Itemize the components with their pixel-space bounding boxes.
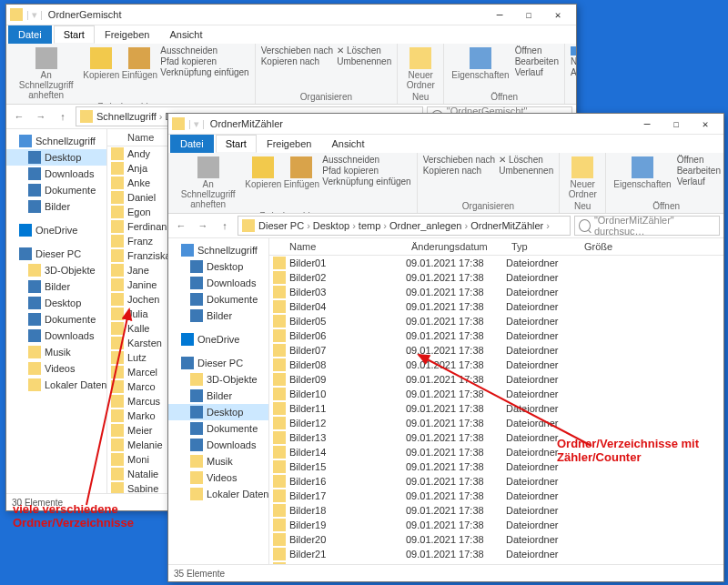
pin-button[interactable]: An Schnellzugriff anheften bbox=[12, 45, 80, 102]
maximize-button[interactable]: ☐ bbox=[662, 114, 691, 134]
list-item[interactable]: Bilder0909.01.2021 17:38Dateiordner bbox=[269, 372, 723, 387]
moveto-button[interactable]: Verschieben nach bbox=[423, 155, 496, 165]
list-item[interactable]: Bilder1109.01.2021 17:38Dateiordner bbox=[269, 401, 723, 416]
tree-item[interactable]: OneDrive bbox=[168, 331, 268, 348]
list-item[interactable]: Bilder2109.01.2021 17:38Dateiordner bbox=[269, 547, 723, 561]
newfolder-button[interactable]: Neuer Ordner bbox=[565, 155, 600, 201]
copypath-button[interactable]: Pfad kopieren bbox=[160, 56, 248, 66]
open-button[interactable]: Öffnen bbox=[515, 45, 559, 55]
list-item[interactable]: Bilder1409.01.2021 17:38Dateiordner bbox=[269, 445, 723, 459]
tree-item[interactable]: Desktop bbox=[6, 149, 106, 166]
copyto-button[interactable]: Kopieren nach bbox=[261, 56, 334, 66]
search-input[interactable]: "OrdnerMitZähler" durchsuc… bbox=[574, 216, 720, 236]
tree-item[interactable]: Dokumente bbox=[168, 420, 268, 437]
moveto-button[interactable]: Verschieben nach bbox=[261, 45, 334, 55]
list-item[interactable]: Bilder0709.01.2021 17:38Dateiordner bbox=[269, 343, 723, 358]
minimize-button[interactable]: ─ bbox=[485, 5, 514, 25]
properties-button[interactable]: Eigenschaften bbox=[450, 45, 511, 82]
tab-home[interactable]: Start bbox=[54, 25, 95, 44]
tree-item[interactable]: Bilder bbox=[168, 308, 268, 324]
list-item[interactable]: Bilder1909.01.2021 17:38Dateiordner bbox=[269, 518, 723, 532]
tab-view[interactable]: Ansicht bbox=[159, 25, 212, 44]
tree-item[interactable]: Desktop bbox=[168, 404, 268, 420]
back-button[interactable]: ← bbox=[10, 107, 28, 126]
tree-item[interactable]: Dokumente bbox=[6, 182, 106, 198]
tree-item[interactable]: 3D-Objekte bbox=[168, 371, 268, 388]
up-button[interactable]: ↑ bbox=[216, 217, 234, 235]
tab-share[interactable]: Freigeben bbox=[257, 135, 322, 153]
history-button[interactable]: Verlauf bbox=[677, 177, 721, 187]
delete-button[interactable]: ✕ Löschen bbox=[499, 155, 553, 165]
tree-item[interactable]: Videos bbox=[168, 469, 268, 486]
crumb-segment[interactable]: temp› bbox=[359, 220, 389, 231]
tree-item[interactable]: 3D-Objekte bbox=[6, 262, 106, 278]
tab-home[interactable]: Start bbox=[216, 135, 257, 153]
paste-button[interactable]: Einfügen bbox=[122, 45, 157, 82]
tab-file[interactable]: Datei bbox=[170, 135, 214, 153]
forward-button[interactable]: → bbox=[32, 107, 50, 126]
tree-item[interactable]: Schnellzugriff bbox=[168, 242, 268, 258]
minimize-button[interactable]: ─ bbox=[632, 114, 662, 134]
close-button[interactable]: ✕ bbox=[543, 5, 572, 25]
tree-item[interactable]: Musik bbox=[168, 453, 268, 469]
list-item[interactable]: Bilder0109.01.2021 17:38Dateiordner bbox=[269, 256, 723, 270]
crumb-segment[interactable]: OrdnerMitZähler› bbox=[470, 220, 552, 231]
forward-button[interactable]: → bbox=[194, 217, 212, 235]
edit-button[interactable]: Bearbeiten bbox=[677, 166, 721, 176]
list-item[interactable]: Bilder1009.01.2021 17:38Dateiordner bbox=[269, 387, 723, 401]
list-item[interactable]: Bilder1709.01.2021 17:38Dateiordner bbox=[269, 489, 723, 503]
tree-item[interactable]: Downloads bbox=[168, 437, 268, 453]
properties-button[interactable]: Eigenschaften bbox=[612, 155, 672, 191]
copyto-button[interactable]: Kopieren nach bbox=[423, 166, 496, 176]
list-item[interactable]: Bilder1309.01.2021 17:38Dateiordner bbox=[269, 430, 723, 445]
copypath-button[interactable]: Pfad kopieren bbox=[322, 166, 410, 176]
back-button[interactable]: ← bbox=[172, 217, 190, 235]
list-item[interactable]: Bilder1209.01.2021 17:38Dateiordner bbox=[269, 416, 723, 430]
cut-button[interactable]: Ausschneiden bbox=[322, 155, 410, 165]
list-item[interactable]: Bilder2209.01.2021 17:38Dateiordner bbox=[269, 561, 723, 564]
list-item[interactable]: Bilder1609.01.2021 17:38Dateiordner bbox=[269, 474, 723, 489]
tree-item[interactable]: Schnellzugriff bbox=[6, 133, 106, 149]
tab-view[interactable]: Ansicht bbox=[321, 135, 374, 153]
list-item[interactable]: Bilder0409.01.2021 17:38Dateiordner bbox=[269, 299, 723, 314]
crumb-segment[interactable]: Ordner_anlegen› bbox=[389, 220, 470, 231]
tab-file[interactable]: Datei bbox=[8, 25, 52, 44]
breadcrumb[interactable]: Dieser PC›Desktop›temp›Ordner_anlegen›Or… bbox=[238, 216, 571, 236]
pastelink-button[interactable]: Verknüpfung einfügen bbox=[160, 67, 248, 77]
col-name-header[interactable]: Name bbox=[269, 241, 406, 252]
newfolder-button[interactable]: Neuer Ordner bbox=[403, 45, 438, 92]
tree-item[interactable]: Bilder bbox=[6, 278, 106, 295]
tree-item[interactable]: Lokaler Datenträ bbox=[168, 486, 268, 502]
list-item[interactable]: Bilder1809.01.2021 17:38Dateiordner bbox=[269, 503, 723, 518]
selectall-button[interactable]: Alles auswählen bbox=[571, 45, 576, 55]
nav-tree[interactable]: SchnellzugriffDesktopDownloadsDokumenteB… bbox=[168, 238, 269, 564]
tree-item[interactable]: Dieser PC bbox=[168, 355, 268, 371]
edit-button[interactable]: Bearbeiten bbox=[515, 56, 559, 66]
tree-item[interactable]: Bilder bbox=[168, 388, 268, 404]
maximize-button[interactable]: ☐ bbox=[514, 5, 543, 25]
tree-item[interactable]: Dokumente bbox=[168, 291, 268, 308]
tree-item[interactable]: Musik bbox=[6, 344, 106, 360]
crumb-segment[interactable]: Schnellzugriff› bbox=[96, 111, 166, 122]
list-item[interactable]: Bilder0609.01.2021 17:38Dateiordner bbox=[269, 328, 723, 343]
tree-item[interactable]: Dieser PC bbox=[6, 246, 106, 262]
col-date-header[interactable]: Änderungsdatum bbox=[406, 241, 506, 252]
copy-button[interactable]: Kopieren bbox=[246, 155, 280, 191]
tree-item[interactable]: Lokaler Datenträ bbox=[6, 377, 106, 393]
file-list[interactable]: Name Änderungsdatum Typ Größe Bilder0109… bbox=[269, 238, 723, 564]
open-button[interactable]: Öffnen bbox=[677, 155, 721, 165]
tree-item[interactable]: Downloads bbox=[168, 275, 268, 291]
history-button[interactable]: Verlauf bbox=[515, 67, 559, 77]
list-item[interactable]: Bilder0509.01.2021 17:38Dateiordner bbox=[269, 314, 723, 328]
col-size-header[interactable]: Größe bbox=[579, 241, 633, 252]
tree-item[interactable]: Downloads bbox=[6, 328, 106, 344]
tree-item[interactable]: Downloads bbox=[6, 166, 106, 182]
list-item[interactable]: Bilder0309.01.2021 17:38Dateiordner bbox=[269, 285, 723, 299]
col-name-header[interactable]: Name bbox=[107, 132, 159, 143]
tree-item[interactable]: Desktop bbox=[168, 258, 268, 275]
pastelink-button[interactable]: Verknüpfung einfügen bbox=[322, 177, 410, 187]
tree-item[interactable]: Desktop bbox=[6, 295, 106, 311]
selectinvert-button[interactable]: Auswahl umkehren bbox=[571, 67, 576, 77]
list-item[interactable]: Bilder1509.01.2021 17:38Dateiordner bbox=[269, 459, 723, 474]
close-button[interactable]: ✕ bbox=[691, 114, 720, 134]
